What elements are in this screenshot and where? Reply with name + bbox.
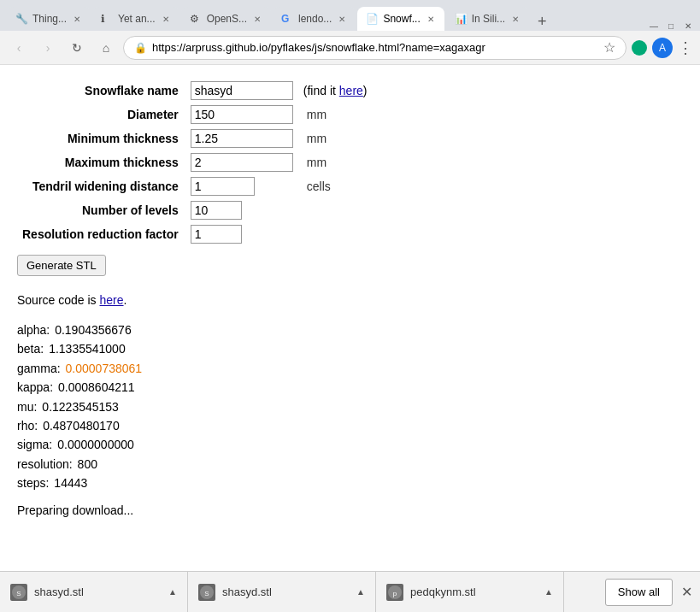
param-mu-name: mu:	[17, 397, 37, 416]
forward-button[interactable]: ›	[36, 36, 60, 60]
tab-label-5: Snowf...	[383, 13, 420, 25]
param-beta-name: beta:	[17, 339, 44, 358]
diameter-input[interactable]	[191, 105, 293, 124]
param-rho-value: 0.4870480170	[43, 416, 120, 435]
max-thickness-unit: mm	[307, 156, 326, 169]
tendril-label: Tendril widening distance	[17, 174, 185, 198]
browser-menu-button[interactable]: ⋮	[678, 38, 693, 57]
diameter-unit: mm	[307, 108, 326, 121]
params-section: alpha: 0.1904356676 beta: 1.1335541000 g…	[17, 321, 683, 493]
param-beta: beta: 1.1335541000	[17, 339, 683, 358]
tab-label-1: Thing...	[32, 13, 67, 25]
profile-status-dot	[632, 40, 647, 56]
param-steps-value: 14443	[54, 474, 87, 492]
param-mu: mu: 0.1223545153	[17, 397, 683, 416]
url-input[interactable]	[152, 41, 598, 54]
param-gamma-value: 0.0000738061	[66, 359, 143, 378]
tendril-row: Tendril widening distance cells	[17, 174, 373, 198]
settings-form: Snowflake name (find it here) Diameter m…	[17, 79, 373, 246]
tab-label-3: OpenS...	[207, 13, 247, 25]
tab-favicon-1: 🔧	[15, 13, 27, 25]
status-line: Preparing download...	[17, 503, 683, 517]
navigation-bar: ‹ › ↻ ⌂ 🔒 ☆ A ⋮	[0, 31, 700, 65]
param-beta-value: 1.1335541000	[49, 339, 126, 358]
lock-icon: 🔒	[134, 42, 147, 54]
window-controls: — □ ✕	[649, 21, 693, 31]
min-thickness-input[interactable]	[191, 129, 293, 148]
home-button[interactable]: ⌂	[94, 36, 118, 60]
tab-favicon-6: 📊	[455, 13, 467, 25]
param-steps-name: steps:	[17, 474, 49, 492]
tab-things[interactable]: 🔧 Thing... ✕	[7, 7, 91, 31]
tab-close-1[interactable]: ✕	[72, 13, 82, 26]
max-thickness-row: Maximum thickness mm	[17, 150, 373, 174]
address-bar: 🔒 ☆	[123, 36, 626, 60]
maximize-button[interactable]: □	[666, 21, 676, 31]
tab-label-2: Yet an...	[118, 13, 156, 25]
browser-chrome: 🔧 Thing... ✕ ℹ Yet an... ✕ ⚙ OpenS... ✕ …	[0, 0, 700, 561]
diameter-label: Diameter	[17, 103, 185, 127]
minimize-button[interactable]: —	[649, 21, 659, 31]
bookmark-icon[interactable]: ☆	[603, 39, 615, 56]
tab-close-3[interactable]: ✕	[252, 13, 262, 26]
source-link[interactable]: here	[100, 293, 124, 307]
param-resolution-name: resolution:	[17, 455, 73, 474]
snowflake-name-input[interactable]	[191, 81, 293, 100]
tab-close-4[interactable]: ✕	[337, 13, 347, 26]
param-sigma-name: sigma:	[17, 435, 52, 454]
tab-opens[interactable]: ⚙ OpenS... ✕	[181, 7, 271, 31]
tab-close-5[interactable]: ✕	[426, 13, 436, 26]
generate-stl-button[interactable]: Generate STL	[17, 255, 106, 276]
param-sigma: sigma: 0.0000000000	[17, 435, 683, 454]
min-thickness-row: Minimum thickness mm	[17, 127, 373, 150]
resolution-input[interactable]	[191, 225, 242, 244]
param-resolution-value: 800	[78, 455, 97, 474]
page-content: Snowflake name (find it here) Diameter m…	[0, 65, 700, 561]
param-rho-name: rho:	[17, 416, 38, 435]
param-resolution: resolution: 800	[17, 455, 683, 474]
num-levels-input[interactable]	[191, 201, 242, 220]
tab-snowflake[interactable]: 📄 Snowf... ✕	[357, 7, 444, 31]
param-alpha: alpha: 0.1904356676	[17, 321, 683, 339]
param-kappa-name: kappa:	[17, 378, 53, 397]
tab-favicon-3: ⚙	[190, 13, 202, 25]
title-bar: 🔧 Thing... ✕ ℹ Yet an... ✕ ⚙ OpenS... ✕ …	[0, 0, 700, 31]
profile-avatar[interactable]: A	[652, 38, 673, 58]
tab-yetan[interactable]: ℹ Yet an... ✕	[92, 7, 179, 31]
resolution-label: Resolution reduction factor	[17, 222, 185, 246]
diameter-row: Diameter mm	[17, 103, 373, 127]
param-sigma-value: 0.0000000000	[57, 435, 134, 454]
close-button[interactable]: ✕	[683, 21, 693, 31]
num-levels-label: Number of levels	[17, 198, 185, 222]
param-alpha-value: 0.1904356676	[55, 321, 132, 339]
tab-favicon-2: ℹ	[101, 13, 113, 25]
param-gamma-name: gamma:	[17, 359, 61, 378]
tab-lendo[interactable]: G lendo... ✕	[273, 7, 356, 31]
tendril-unit: cells	[307, 179, 331, 193]
param-rho: rho: 0.4870480170	[17, 416, 683, 435]
source-suffix: .	[124, 293, 127, 307]
max-thickness-input[interactable]	[191, 153, 293, 172]
resolution-row: Resolution reduction factor	[17, 222, 373, 246]
tab-insilico[interactable]: 📊 In Sili... ✕	[446, 7, 529, 31]
reload-button[interactable]: ↻	[65, 36, 89, 60]
tab-label-6: In Sili...	[472, 13, 505, 25]
max-thickness-label: Maximum thickness	[17, 150, 185, 174]
tab-favicon-5: 📄	[366, 13, 378, 25]
find-it-link[interactable]: here	[339, 84, 363, 97]
param-mu-value: 0.1223545153	[42, 397, 119, 416]
num-levels-row: Number of levels	[17, 198, 373, 222]
source-prefix: Source code is	[17, 293, 100, 307]
param-gamma: gamma: 0.0000738061	[17, 359, 683, 378]
tab-label-4: lendo...	[298, 13, 332, 25]
new-tab-button[interactable]: +	[531, 13, 554, 31]
tab-close-2[interactable]: ✕	[161, 13, 171, 26]
min-thickness-unit: mm	[307, 132, 326, 145]
find-it-suffix: )	[363, 84, 368, 97]
param-kappa-value: 0.0008604211	[58, 378, 135, 397]
back-button[interactable]: ‹	[7, 36, 31, 60]
tab-close-6[interactable]: ✕	[510, 13, 521, 26]
tendril-input[interactable]	[191, 177, 255, 196]
param-kappa: kappa: 0.0008604211	[17, 378, 683, 397]
find-it-prefix: (find it	[303, 84, 339, 97]
